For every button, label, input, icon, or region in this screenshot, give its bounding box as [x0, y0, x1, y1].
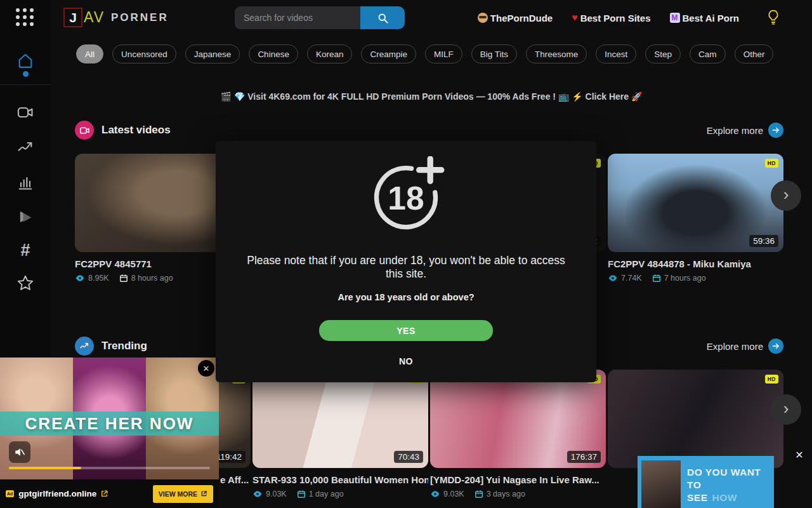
- 18-plus-icon: 18: [367, 156, 445, 235]
- link-best-ai-porn[interactable]: M Best Ai Porn: [670, 13, 739, 23]
- apps-grid-icon[interactable]: [16, 8, 35, 27]
- category-other[interactable]: Other: [735, 44, 774, 64]
- video-card: HD 70:43 STAR-933 10,000 Beautiful Women…: [252, 370, 428, 499]
- ad-text: DO YOU WANT TO SEEHOW: [687, 466, 774, 504]
- video-thumbnail[interactable]: HD 59:36: [608, 154, 783, 252]
- theme-toggle[interactable]: [765, 9, 782, 27]
- arrow-right-icon: [768, 338, 783, 354]
- view-more-button[interactable]: VIEW MORE: [153, 485, 213, 503]
- calendar-icon: [475, 490, 483, 498]
- trending-section-icon: [75, 337, 94, 356]
- trending-next-button[interactable]: ›: [771, 394, 801, 425]
- upload-age: 1 day ago: [309, 490, 344, 498]
- active-indicator-dot: [23, 71, 29, 77]
- age-warning-text: Please note that if you are under 18, yo…: [244, 254, 568, 281]
- category-milf[interactable]: MILF: [425, 44, 462, 64]
- category-threesome[interactable]: Threesome: [526, 44, 587, 64]
- hd-badge: HD: [765, 375, 778, 384]
- svg-text:18: 18: [388, 180, 424, 217]
- arrow-right-icon: [768, 123, 783, 138]
- trending-explore-more[interactable]: Explore more: [707, 338, 783, 354]
- views-count: 9.03K: [266, 490, 287, 498]
- views-count: 9.03K: [443, 490, 464, 498]
- video-title[interactable]: FC2PPV 4844878 - Miku Kamiya: [608, 258, 783, 269]
- category-step[interactable]: Step: [645, 44, 681, 64]
- category-incest[interactable]: Incest: [596, 44, 636, 64]
- video-ad[interactable]: CREATE HER NOW Ad gptgirlfriend.online V…: [0, 358, 219, 508]
- banner-ad-close-button[interactable]: ✕: [792, 447, 807, 462]
- link-label: Best Porn Sites: [580, 13, 651, 23]
- link-best-porn-sites[interactable]: ♥ Best Porn Sites: [572, 13, 650, 23]
- yes-button[interactable]: YES: [319, 320, 493, 341]
- video-title[interactable]: [YMDD-204] Yui Nagase In Live Raw...: [430, 474, 606, 485]
- ad-progress-bar: [9, 467, 210, 469]
- logo-name: PORNER: [111, 11, 169, 24]
- category-all[interactable]: All: [76, 44, 103, 64]
- sidebar-item-trending[interactable]: [0, 138, 51, 156]
- duration-badge: 59:36: [749, 235, 778, 247]
- latest-explore-more[interactable]: Explore more: [707, 123, 783, 138]
- category-chinese[interactable]: Chinese: [249, 44, 298, 64]
- video-card: HD 176:37 [YMDD-204] Yui Nagase In Live …: [430, 370, 606, 499]
- category-big-tits[interactable]: Big Tits: [471, 44, 517, 64]
- ad-video-player[interactable]: CREATE HER NOW: [0, 358, 219, 479]
- age-question-text: Are you 18 years old or above?: [216, 292, 596, 302]
- ad-text-highlight: HOW: [712, 492, 737, 503]
- section-title: Latest videos: [102, 124, 171, 137]
- explore-label: Explore more: [707, 125, 763, 136]
- top-header: J AV PORNER ThePornDude ♥ Best Porn Site…: [51, 0, 812, 36]
- logo-av: AV: [84, 9, 105, 26]
- category-japanese[interactable]: Japanese: [185, 44, 240, 64]
- view-more-label: VIEW MORE: [159, 490, 197, 498]
- heart-icon: ♥: [572, 13, 578, 23]
- sidebar-item-favorites[interactable]: [0, 274, 51, 292]
- category-pills: All Uncensored Japanese Chinese Korean C…: [51, 36, 812, 64]
- category-uncensored[interactable]: Uncensored: [112, 44, 176, 64]
- search-input[interactable]: [235, 6, 360, 29]
- latest-section-icon: [75, 121, 94, 140]
- ad-progress-fill: [9, 467, 81, 469]
- porndude-icon: [478, 13, 488, 23]
- sidebar-item-stats[interactable]: [0, 173, 51, 191]
- views-icon: [75, 273, 85, 283]
- upload-age: 8 hours ago: [131, 274, 173, 283]
- calendar-icon: [297, 490, 306, 498]
- promo-banner-link[interactable]: 🎬 💎 Visit 4K69.com for 4K FULL HD Premiu…: [51, 91, 812, 102]
- external-link-icon: [100, 490, 108, 498]
- site-logo[interactable]: J AV PORNER: [63, 8, 169, 27]
- bar-chart-icon: [16, 173, 34, 191]
- no-button[interactable]: NO: [399, 356, 413, 366]
- upload-age: 3 days ago: [487, 490, 525, 498]
- sidebar-item-videos[interactable]: [0, 104, 51, 121]
- muted-speaker-icon: [13, 446, 26, 458]
- video-title[interactable]: STAR-933 10,000 Beautiful Women Honj...: [252, 474, 428, 485]
- video-thumbnail[interactable]: HD 70:43: [252, 370, 428, 468]
- search-box: [235, 6, 405, 29]
- category-korean[interactable]: Korean: [307, 44, 353, 64]
- calendar-icon: [119, 274, 128, 283]
- external-link-icon: [200, 490, 207, 497]
- video-thumbnail[interactable]: HD 176:37: [430, 370, 606, 468]
- sidebar-item-home[interactable]: [0, 52, 51, 70]
- category-cam[interactable]: Cam: [690, 44, 726, 64]
- hashtag-icon: #: [20, 242, 30, 258]
- search-button[interactable]: [360, 6, 405, 29]
- ad-site-link[interactable]: gptgirlfriend.online: [18, 489, 96, 498]
- video-camera-icon: [79, 125, 90, 136]
- category-creampie[interactable]: Creampie: [361, 44, 416, 64]
- latest-next-button[interactable]: ›: [771, 180, 801, 211]
- link-theporndude[interactable]: ThePornDude: [478, 13, 553, 23]
- sidebar-divider: [0, 84, 51, 85]
- ad-text-line1: DO YOU WANT TO: [687, 466, 774, 491]
- mute-button[interactable]: [9, 441, 30, 463]
- sidebar-item-player[interactable]: [0, 208, 51, 226]
- banner-ad[interactable]: DO YOU WANT TO SEEHOW: [638, 456, 774, 508]
- ad-badge: Ad: [6, 490, 14, 497]
- header-links: ThePornDude ♥ Best Porn Sites M Best Ai …: [478, 0, 739, 36]
- video-thumbnail[interactable]: HD: [608, 370, 783, 468]
- sidebar-item-tags[interactable]: #: [0, 242, 51, 258]
- ad-close-button[interactable]: ✕: [198, 360, 214, 377]
- calendar-icon: [652, 274, 661, 283]
- link-label: Best Ai Porn: [683, 13, 739, 23]
- views-icon: [252, 489, 263, 499]
